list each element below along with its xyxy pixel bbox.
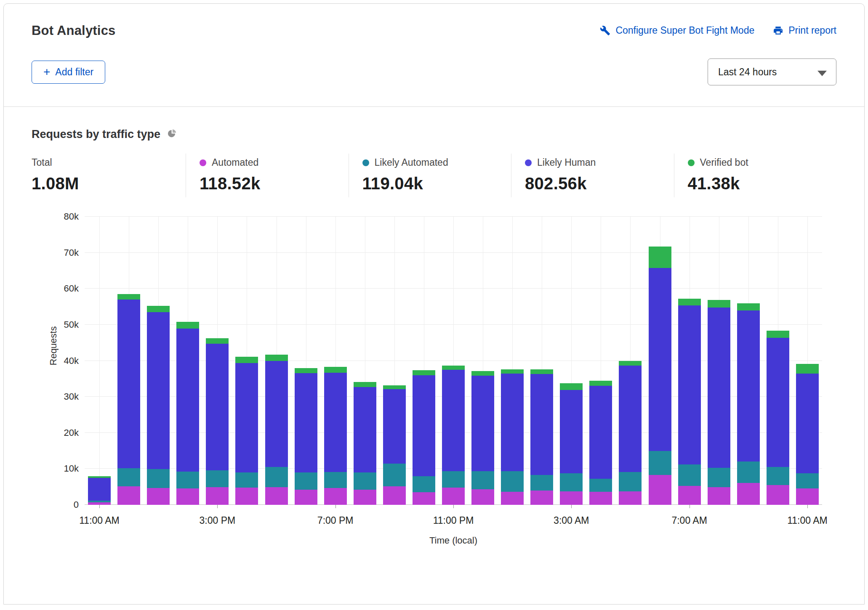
bar-segment-likely-automated[interactable] xyxy=(737,461,760,483)
stacked-bar-400pm[interactable] xyxy=(235,357,258,505)
stacked-bar-100am[interactable] xyxy=(501,369,524,505)
bar-segment-likely-human[interactable] xyxy=(471,376,494,471)
stacked-bar-1000am[interactable] xyxy=(767,331,789,505)
bar-segment-likely-human[interactable] xyxy=(295,373,317,472)
bar-segment-automated[interactable] xyxy=(649,475,671,505)
bar-segment-verified-bot[interactable] xyxy=(649,247,671,268)
stacked-bar-1200am[interactable] xyxy=(471,371,494,505)
bar-segment-verified-bot[interactable] xyxy=(265,355,288,361)
bar-segment-automated[interactable] xyxy=(206,487,229,505)
bar-segment-likely-human[interactable] xyxy=(708,308,730,468)
bar-segment-likely-human[interactable] xyxy=(383,389,406,464)
configure-super-bot-fight-mode-link[interactable]: Configure Super Bot Fight Mode xyxy=(600,25,754,36)
bar-segment-verified-bot[interactable] xyxy=(117,294,140,300)
bar-segment-likely-automated[interactable] xyxy=(649,451,671,475)
bar-segment-verified-bot[interactable] xyxy=(589,381,612,386)
bar-segment-likely-automated[interactable] xyxy=(383,464,406,486)
bar-segment-likely-automated[interactable] xyxy=(206,470,229,487)
stacked-bar-200am[interactable] xyxy=(530,369,553,505)
bar-segment-automated[interactable] xyxy=(796,488,819,505)
bar-segment-automated[interactable] xyxy=(324,488,347,505)
bar-segment-likely-automated[interactable] xyxy=(501,471,524,492)
stacked-bar-500pm[interactable] xyxy=(265,355,288,505)
bar-segment-likely-human[interactable] xyxy=(796,374,819,473)
bar-segment-likely-human[interactable] xyxy=(589,386,612,478)
bar-segment-verified-bot[interactable] xyxy=(383,385,406,389)
stacked-bar-700pm[interactable] xyxy=(324,367,347,505)
stat-automated[interactable]: Automated 118.52k xyxy=(186,154,349,197)
stacked-bar-700am[interactable] xyxy=(678,299,701,505)
bar-segment-likely-automated[interactable] xyxy=(117,468,140,487)
bar-segment-verified-bot[interactable] xyxy=(678,299,701,305)
bar-segment-likely-automated[interactable] xyxy=(147,469,170,488)
bar-segment-likely-human[interactable] xyxy=(767,338,789,467)
bar-segment-likely-automated[interactable] xyxy=(589,479,612,492)
bar-segment-automated[interactable] xyxy=(471,489,494,505)
bar-segment-verified-bot[interactable] xyxy=(708,300,730,308)
bar-segment-verified-bot[interactable] xyxy=(619,361,642,366)
bar-segment-automated[interactable] xyxy=(708,487,730,505)
stacked-bar-1000pm[interactable] xyxy=(413,370,435,505)
bar-segment-likely-human[interactable] xyxy=(560,390,583,473)
bar-segment-likely-automated[interactable] xyxy=(767,467,789,485)
bar-segment-automated[interactable] xyxy=(295,490,317,505)
bar-segment-verified-bot[interactable] xyxy=(295,368,317,374)
stacked-bar-600am[interactable] xyxy=(649,247,671,505)
bar-segment-verified-bot[interactable] xyxy=(767,331,789,338)
bar-segment-automated[interactable] xyxy=(383,486,406,505)
bar-segment-verified-bot[interactable] xyxy=(235,357,258,363)
stacked-bar-400am[interactable] xyxy=(589,381,612,505)
bar-segment-likely-automated[interactable] xyxy=(471,471,494,490)
bar-segment-likely-automated[interactable] xyxy=(442,471,465,488)
stacked-bar-100pm[interactable] xyxy=(147,306,170,505)
bar-segment-automated[interactable] xyxy=(176,488,199,505)
print-report-link[interactable]: Print report xyxy=(773,25,836,36)
bar-segment-likely-automated[interactable] xyxy=(235,472,258,488)
bar-segment-likely-automated[interactable] xyxy=(295,472,317,490)
bar-segment-automated[interactable] xyxy=(619,491,642,505)
bar-segment-automated[interactable] xyxy=(530,491,553,505)
bar-segment-likely-human[interactable] xyxy=(206,344,229,470)
bar-segment-automated[interactable] xyxy=(560,491,583,505)
bar-segment-verified-bot[interactable] xyxy=(737,303,760,310)
stacked-bar-300pm[interactable] xyxy=(206,338,229,505)
bar-segment-automated[interactable] xyxy=(354,490,376,505)
stacked-bar-800am[interactable] xyxy=(708,300,730,505)
bar-segment-likely-automated[interactable] xyxy=(708,468,730,487)
bar-segment-likely-human[interactable] xyxy=(501,374,524,471)
bar-segment-verified-bot[interactable] xyxy=(324,367,347,373)
bar-segment-automated[interactable] xyxy=(147,488,170,505)
stat-likely-automated[interactable]: Likely Automated 119.04k xyxy=(349,154,511,197)
bar-segment-likely-automated[interactable] xyxy=(324,472,347,488)
bar-segment-likely-human[interactable] xyxy=(324,373,347,472)
bar-segment-likely-human[interactable] xyxy=(265,361,288,467)
bar-segment-automated[interactable] xyxy=(589,492,612,505)
stacked-bar-200pm[interactable] xyxy=(176,322,199,505)
bar-segment-likely-human[interactable] xyxy=(147,312,170,469)
time-range-select[interactable]: Last 24 hours xyxy=(708,58,836,85)
bar-segment-likely-human[interactable] xyxy=(88,478,111,501)
bar-segment-verified-bot[interactable] xyxy=(796,364,819,374)
bar-segment-likely-human[interactable] xyxy=(678,305,701,464)
stat-likely-human[interactable]: Likely Human 802.56k xyxy=(511,154,674,197)
bar-segment-verified-bot[interactable] xyxy=(442,366,465,370)
stacked-bar-1100pm[interactable] xyxy=(442,366,465,505)
bar-segment-likely-human[interactable] xyxy=(530,374,553,475)
stacked-bar-300am[interactable] xyxy=(560,383,583,505)
stacked-bar-800pm[interactable] xyxy=(354,382,376,505)
stacked-bar-1100am[interactable] xyxy=(796,364,819,505)
bar-segment-likely-automated[interactable] xyxy=(176,472,199,488)
bar-segment-automated[interactable] xyxy=(678,486,701,505)
bar-segment-automated[interactable] xyxy=(737,483,760,505)
bar-segment-likely-automated[interactable] xyxy=(354,472,376,490)
bar-segment-likely-human[interactable] xyxy=(176,329,199,472)
bar-segment-automated[interactable] xyxy=(442,488,465,505)
bar-segment-verified-bot[interactable] xyxy=(530,369,553,374)
stacked-bar-1200pm[interactable] xyxy=(117,294,140,505)
bar-segment-likely-human[interactable] xyxy=(619,366,642,472)
bar-segment-automated[interactable] xyxy=(501,492,524,505)
bar-segment-likely-human[interactable] xyxy=(117,300,140,468)
add-filter-button[interactable]: + Add filter xyxy=(32,61,105,84)
stacked-bar-900am[interactable] xyxy=(737,303,760,505)
stat-verified-bot[interactable]: Verified bot 41.38k xyxy=(674,154,837,197)
